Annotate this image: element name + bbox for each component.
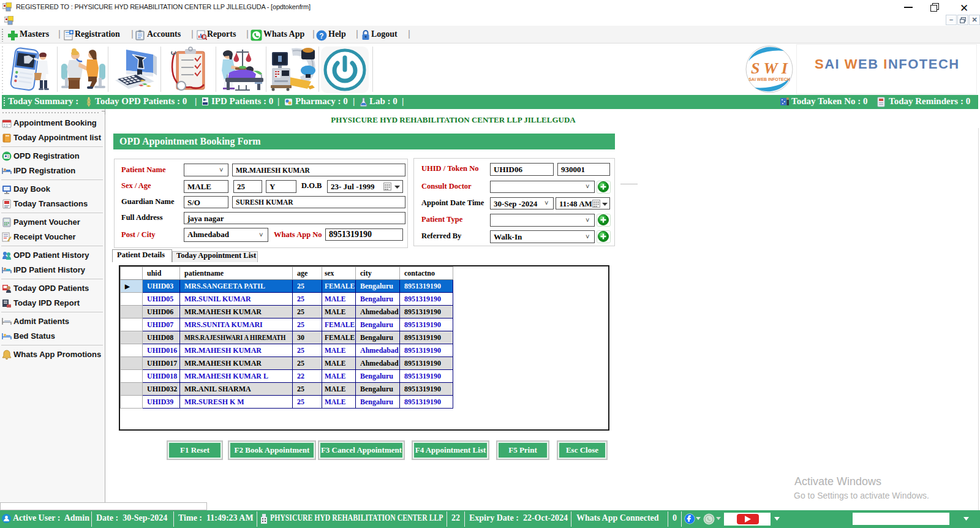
svg-text:S W I: S W I: [751, 59, 788, 77]
svg-text:?: ?: [319, 32, 323, 40]
svg-text:SAI WEB INFOTECH: SAI WEB INFOTECH: [748, 77, 790, 81]
